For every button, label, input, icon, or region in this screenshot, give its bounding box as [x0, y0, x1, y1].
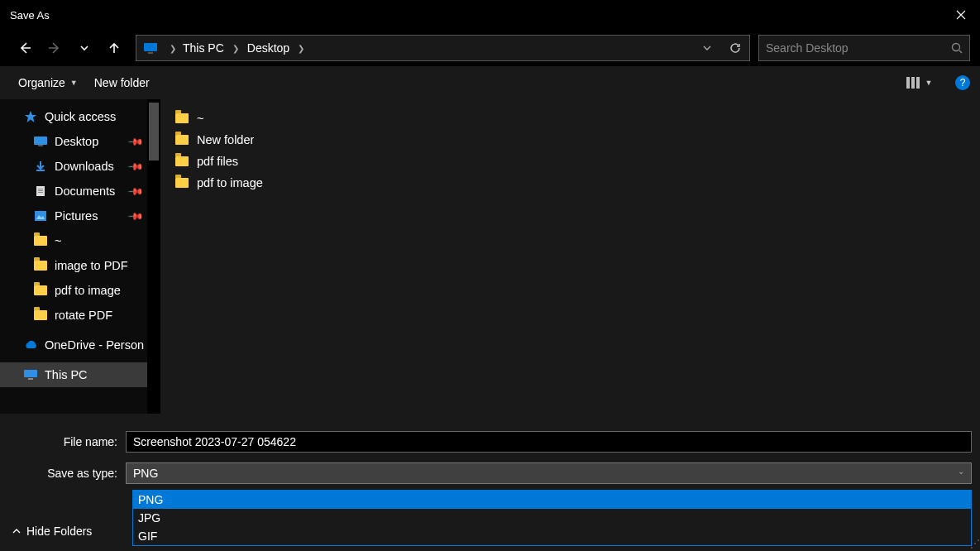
downloads-icon: [33, 159, 48, 174]
sidebar-item-folder[interactable]: pdf to image: [0, 278, 147, 303]
chevron-down-icon: [79, 43, 89, 53]
address-history-button[interactable]: [693, 36, 721, 60]
file-name-label: File name:: [0, 435, 126, 448]
folder-icon: [175, 156, 189, 166]
search-box[interactable]: [758, 35, 970, 61]
sidebar-item-this-pc[interactable]: This PC: [0, 362, 147, 387]
sidebar-item-folder[interactable]: image to PDF: [0, 253, 147, 278]
folder-icon: [175, 135, 189, 145]
sidebar-label: Pictures: [55, 209, 98, 223]
list-item[interactable]: New folder: [175, 129, 980, 151]
arrow-right-icon: [47, 41, 62, 55]
monitor-icon: [23, 367, 38, 382]
dropdown-option[interactable]: GIF: [133, 527, 971, 545]
scrollbar-thumb[interactable]: [149, 103, 159, 161]
sidebar-item-quick-access[interactable]: Quick access: [0, 104, 147, 129]
breadcrumbs: This PC ❯ Desktop ❯: [181, 41, 693, 55]
file-name: pdf files: [197, 155, 238, 168]
svg-rect-4: [911, 77, 915, 89]
list-item[interactable]: ~: [175, 108, 980, 129]
pin-icon: 📌: [127, 208, 145, 225]
chevron-right-icon: ❯: [165, 44, 181, 53]
sidebar-label: image to PDF: [55, 259, 128, 272]
folder-icon: [33, 258, 48, 273]
sidebar-item-folder[interactable]: ~: [0, 228, 147, 253]
star-icon: [23, 109, 38, 124]
pin-icon: 📌: [127, 183, 145, 200]
dropdown-option[interactable]: PNG: [133, 491, 971, 509]
svg-rect-0: [144, 43, 157, 51]
sidebar-item-downloads[interactable]: Downloads 📌: [0, 154, 147, 179]
crumb-desktop[interactable]: Desktop: [246, 41, 291, 55]
organize-label: Organize: [18, 76, 65, 89]
pin-icon: 📌: [127, 133, 145, 151]
close-icon: [956, 10, 966, 20]
svg-rect-11: [38, 192, 43, 193]
option-label: JPG: [138, 511, 160, 525]
svg-rect-10: [38, 190, 43, 191]
list-item[interactable]: pdf files: [175, 151, 980, 172]
svg-rect-6: [34, 137, 47, 145]
save-as-type-combobox[interactable]: PNG ⌄: [126, 462, 972, 484]
sidebar-item-pictures[interactable]: Pictures 📌: [0, 204, 147, 228]
nav-row: ❯ This PC ❯ Desktop ❯: [0, 30, 980, 66]
folder-icon: [175, 113, 189, 123]
option-label: PNG: [138, 493, 163, 506]
sidebar-scrollbar[interactable]: [147, 99, 160, 414]
save-as-type-value: PNG: [133, 467, 158, 480]
address-bar[interactable]: ❯ This PC ❯ Desktop ❯: [136, 35, 750, 61]
sidebar-item-documents[interactable]: Documents 📌: [0, 179, 147, 204]
folder-icon: [33, 308, 48, 323]
file-list[interactable]: ~ New folder pdf files pdf to image: [160, 99, 980, 414]
view-icon: [906, 76, 922, 89]
recent-locations-button[interactable]: [71, 35, 98, 61]
search-input[interactable]: [766, 41, 951, 55]
sidebar-item-onedrive[interactable]: OneDrive - Person: [0, 333, 147, 357]
title-bar: Save As: [0, 0, 980, 30]
view-options-button[interactable]: ▼: [899, 71, 939, 94]
svg-rect-13: [24, 370, 37, 377]
chevron-up-icon: [12, 526, 22, 536]
dropdown-option[interactable]: JPG: [133, 509, 971, 527]
chevron-down-icon: [702, 43, 712, 53]
caret-down-icon: ▼: [70, 79, 78, 87]
search-icon: [951, 42, 963, 54]
refresh-button[interactable]: [721, 36, 749, 60]
caret-down-icon: ▼: [925, 79, 933, 87]
forward-button[interactable]: [41, 35, 68, 61]
save-as-type-dropdown: PNG JPG GIF: [132, 490, 972, 546]
svg-rect-5: [916, 77, 920, 89]
bottom-panel: File name: Save as type: PNG ⌄ PNG JPG G…: [0, 414, 980, 551]
crumb-this-pc[interactable]: This PC: [181, 41, 226, 55]
sidebar-label: Downloads: [55, 160, 114, 173]
sidebar-item-desktop[interactable]: Desktop 📌: [0, 129, 147, 154]
back-button[interactable]: [12, 35, 38, 61]
svg-rect-3: [906, 77, 910, 89]
new-folder-label: New folder: [94, 76, 150, 89]
hide-folders-button[interactable]: Hide Folders: [12, 525, 92, 538]
save-as-type-label: Save as type:: [0, 467, 126, 480]
new-folder-button[interactable]: New folder: [86, 71, 158, 94]
up-button[interactable]: [101, 35, 127, 61]
refresh-icon: [729, 41, 742, 55]
close-button[interactable]: [942, 0, 980, 30]
option-label: GIF: [138, 529, 157, 543]
folder-icon: [33, 283, 48, 298]
svg-rect-9: [38, 189, 43, 189]
list-item[interactable]: pdf to image: [175, 172, 980, 194]
sidebar-label: ~: [55, 234, 61, 247]
desktop-icon: [33, 134, 48, 149]
cloud-icon: [23, 338, 38, 352]
sidebar-label: OneDrive - Person: [45, 338, 144, 352]
resize-grip[interactable]: ⋰: [970, 538, 978, 549]
sidebar-label: Documents: [55, 184, 115, 198]
help-button[interactable]: ?: [955, 75, 970, 90]
file-name-input[interactable]: [126, 431, 972, 453]
svg-point-2: [953, 44, 960, 51]
sidebar-item-folder[interactable]: rotate PDF: [0, 303, 147, 328]
pin-icon: 📌: [127, 158, 145, 175]
file-name: pdf to image: [197, 176, 263, 189]
file-name: ~: [197, 112, 203, 125]
hide-folders-label: Hide Folders: [26, 525, 92, 538]
organize-button[interactable]: Organize ▼: [10, 71, 86, 94]
